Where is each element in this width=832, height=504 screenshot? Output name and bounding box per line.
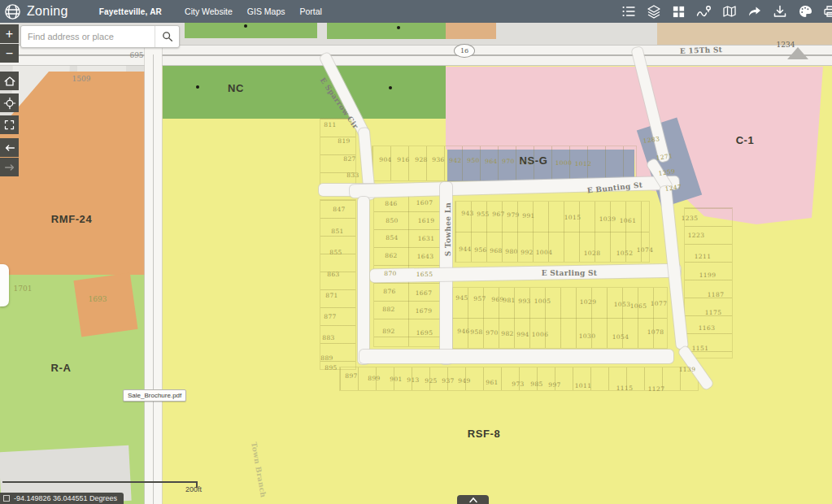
back-button[interactable]	[0, 138, 19, 157]
forward-button[interactable]	[0, 158, 19, 176]
download-icon[interactable]	[773, 4, 787, 19]
parcel-label: 883	[322, 334, 335, 341]
parcel-label: 928	[415, 156, 428, 163]
street-label: Town Branch	[250, 441, 268, 498]
map[interactable]: 16 NCRMF-24R-ANS-GC-1RSF-8E 15Th StE Spa…	[0, 23, 832, 504]
zone-label: RMF-24	[51, 213, 93, 225]
scale-bar	[2, 481, 198, 483]
parcel-label: 967	[492, 211, 505, 218]
parcel-label: 1679	[416, 307, 433, 315]
locate-button[interactable]	[0, 93, 19, 112]
parcel-label: 862	[385, 252, 398, 259]
parcel-label: 942	[449, 157, 462, 164]
parcel-label: 855	[329, 249, 342, 256]
parcel-label: 1631	[418, 235, 435, 242]
nav-city-website[interactable]: City Website	[185, 7, 233, 16]
parcel-label: 899	[368, 375, 381, 382]
parcel-label: 811	[324, 121, 337, 128]
parcel-label: 1006	[532, 331, 549, 338]
parcel-label: 895	[325, 364, 338, 371]
parcel-label: 1619	[418, 217, 435, 224]
zone-label: R-A	[51, 362, 72, 374]
chevron-up-icon	[468, 497, 478, 503]
parcel-label: 985	[530, 380, 543, 388]
parcel-label: 850	[386, 217, 399, 224]
arrow-left-icon	[3, 141, 16, 154]
parcel-label: 955	[477, 211, 490, 218]
legend-icon[interactable]	[621, 4, 636, 19]
street-label: E Sparrow Cir	[319, 76, 360, 131]
search-button[interactable]	[155, 26, 179, 47]
arrow-right-icon	[3, 161, 16, 174]
measure-icon[interactable]	[696, 4, 712, 19]
parcel-label: 889	[320, 354, 333, 362]
home-button[interactable]	[0, 72, 19, 90]
parcel-label: 1199	[699, 272, 717, 279]
parcel-label: 1000	[555, 159, 573, 167]
parcel-label: 949	[458, 377, 471, 385]
street-label: E 15Th St	[680, 46, 723, 55]
parcel-label: 937	[442, 377, 455, 385]
parcel-label: 1127	[648, 385, 665, 393]
parcel-label: 1607	[416, 199, 433, 206]
panel-collapse-tab[interactable]	[0, 264, 9, 306]
parcel-label: 1655	[416, 271, 433, 278]
parcel-label: 1054	[612, 333, 629, 341]
file-tag[interactable]: Sale_Brochure.pdf	[123, 389, 186, 402]
zoom-out-button[interactable]: −	[0, 44, 19, 63]
draw-icon[interactable]	[798, 4, 812, 19]
nav-portal[interactable]: Portal	[299, 7, 321, 16]
parcel-label: 1077	[651, 300, 668, 307]
header-nav: City WebsiteGIS MapsPortal	[185, 7, 322, 16]
parcel-label: 993	[518, 298, 531, 305]
coordinates-icon[interactable]	[3, 495, 10, 502]
parcel-label: 913	[407, 376, 420, 384]
parcel-label: 957	[473, 295, 486, 302]
attribution-toggle[interactable]	[457, 495, 489, 504]
fullscreen-button[interactable]	[0, 115, 19, 134]
map-location-icon[interactable]	[722, 4, 737, 19]
layers-icon[interactable]	[647, 4, 661, 19]
parcel-label: 1139	[679, 366, 696, 373]
parcel-label: 992	[521, 249, 534, 256]
parcel-label: 1695	[416, 329, 433, 337]
parcel-label: 1065	[630, 302, 647, 310]
parcel-label: 1175	[705, 309, 722, 316]
parcel-label: 901	[390, 376, 403, 383]
parcel-label: 847	[333, 206, 346, 213]
print-icon[interactable]	[823, 4, 832, 19]
app-logo-icon	[4, 3, 21, 20]
parcel-label: 950	[467, 157, 480, 164]
parcel-label: 964	[485, 158, 498, 165]
parcel-label: 1004	[536, 249, 553, 256]
parcel-label: 1029	[580, 298, 597, 306]
parcel-label: 882	[382, 306, 395, 313]
nav-gis-maps[interactable]: GIS Maps	[247, 7, 285, 16]
area-label: 1701	[14, 285, 33, 293]
parcel-label: 968	[490, 247, 503, 254]
parcel-label: 1283	[643, 135, 660, 145]
parcel-label: 946	[457, 328, 470, 335]
zone-label: C-1	[736, 134, 755, 146]
parcel-label: 1643	[417, 253, 434, 260]
basemap-icon[interactable]	[672, 5, 686, 19]
street-label: E Starling St	[542, 269, 598, 277]
parcel-label: 892	[382, 328, 395, 335]
fullscreen-icon	[3, 119, 15, 131]
parcel-label: 1271	[656, 152, 673, 162]
parcel-label: 854	[386, 234, 399, 241]
search-input[interactable]	[21, 32, 155, 41]
zone-label: NC	[228, 82, 244, 94]
parcel-label: 997	[548, 381, 561, 389]
parcel-label: 1011	[575, 382, 592, 389]
parcel-label: 958	[470, 328, 483, 336]
locate-icon	[3, 97, 16, 110]
parcel-label: 956	[474, 246, 487, 254]
zoom-in-button[interactable]: +	[0, 24, 19, 43]
share-icon[interactable]	[747, 4, 762, 19]
parcel-label: 1151	[692, 345, 709, 352]
header-bar: Zoning Fayetteville, AR City WebsiteGIS …	[0, 0, 832, 23]
search-box	[20, 25, 180, 48]
parcel-label: 1115	[616, 385, 634, 392]
parcel-label: 827	[343, 155, 356, 163]
